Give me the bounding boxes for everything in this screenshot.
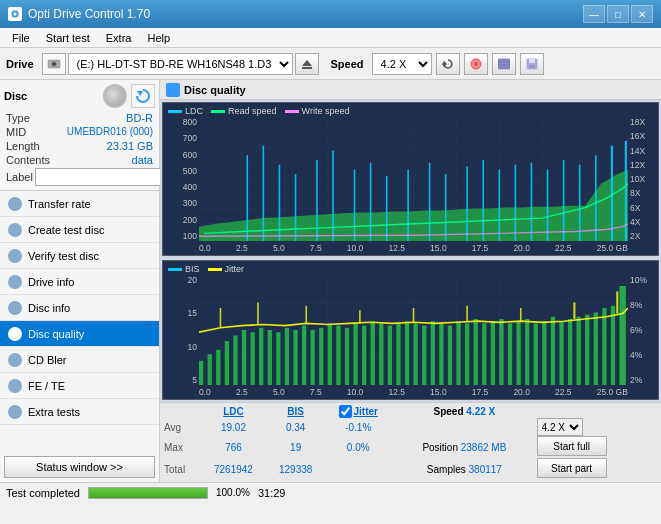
sidebar-item-create-test-disc[interactable]: Create test disc: [0, 217, 159, 243]
extra-tests-icon: [8, 405, 22, 419]
disc-action-btn[interactable]: [131, 84, 155, 108]
legend-ldc-label: LDC: [185, 106, 203, 116]
jitter-checkbox[interactable]: [339, 405, 352, 418]
svg-rect-115: [577, 317, 581, 385]
svg-rect-101: [456, 321, 460, 385]
svg-rect-15: [529, 65, 535, 68]
svg-rect-80: [276, 332, 280, 385]
save-icon: [526, 58, 538, 70]
speed-selector[interactable]: 4.2 X: [372, 53, 432, 75]
sidebar-item-disc-quality[interactable]: Disc quality: [0, 321, 159, 347]
toolbar: Drive (E:) HL-DT-ST BD-RE WH16NS48 1.D3 …: [0, 48, 661, 80]
drive-selector[interactable]: (E:) HL-DT-ST BD-RE WH16NS48 1.D3: [68, 53, 293, 75]
maximize-button[interactable]: □: [607, 5, 629, 23]
close-button[interactable]: ✕: [631, 5, 653, 23]
length-value: 23.31 GB: [107, 140, 153, 152]
total-ldc: 7261942: [200, 458, 267, 480]
svg-rect-108: [516, 321, 520, 385]
sidebar-item-drive-info[interactable]: Drive info: [0, 269, 159, 295]
legend-bis-color: [168, 268, 182, 271]
jitter-col-label: Jitter: [354, 406, 378, 417]
progress-percent: 100.0%: [216, 487, 250, 498]
settings-button[interactable]: [492, 53, 516, 75]
stats-area: LDC BIS Jitter Speed: [160, 402, 661, 482]
extra-tests-label: Extra tests: [28, 406, 80, 418]
bottom-x-axis: 0.0 2.5 5.0 7.5 10.0 12.5 15.0 17.5 20.0…: [199, 387, 628, 397]
refresh-button[interactable]: [436, 53, 460, 75]
bottom-y-axis-left: 20 15 10 5: [163, 275, 199, 385]
max-ldc: 766: [200, 436, 267, 458]
minimize-button[interactable]: —: [583, 5, 605, 23]
top-chart-svg: [199, 117, 628, 241]
avg-label: Avg: [164, 418, 200, 436]
sidebar-item-disc-info[interactable]: Disc info: [0, 295, 159, 321]
menu-start-test[interactable]: Start test: [38, 30, 98, 46]
col-ldc: LDC: [200, 405, 267, 418]
svg-rect-110: [534, 323, 538, 385]
cd-bler-label: CD Bler: [28, 354, 67, 366]
label-input[interactable]: [35, 168, 168, 186]
avg-ldc: 19.02: [200, 418, 267, 436]
jitter-checkbox-label[interactable]: Jitter: [324, 405, 392, 418]
svg-marker-5: [302, 60, 312, 66]
charts-area: LDC Read speed Write speed 800: [160, 100, 661, 402]
menu-extra[interactable]: Extra: [98, 30, 140, 46]
legend-read-speed-label: Read speed: [228, 106, 277, 116]
eject-button[interactable]: [295, 53, 319, 75]
svg-point-9: [474, 62, 478, 66]
total-bis: 129338: [267, 458, 324, 480]
speed-label: Speed: [331, 58, 364, 70]
titlebar: Opti Drive Control 1.70 — □ ✕: [0, 0, 661, 28]
create-test-disc-icon: [8, 223, 22, 237]
svg-rect-6: [302, 67, 312, 69]
menu-file[interactable]: File: [4, 30, 38, 46]
legend-jitter: Jitter: [208, 264, 245, 274]
start-full-button[interactable]: Start full: [537, 436, 607, 456]
bottom-chart-inner: BIS Jitter 20 15 10 5: [162, 260, 659, 400]
legend-jitter-label: Jitter: [225, 264, 245, 274]
sidebar-item-fe-te[interactable]: FE / TE: [0, 373, 159, 399]
svg-rect-82: [293, 330, 297, 385]
svg-rect-88: [345, 328, 349, 385]
disc-section-title: Disc: [4, 90, 99, 102]
label-label: Label: [6, 171, 33, 183]
svg-rect-90: [362, 326, 366, 385]
sidebar-item-cd-bler[interactable]: CD Bler: [0, 347, 159, 373]
sidebar-item-extra-tests[interactable]: Extra tests: [0, 399, 159, 425]
disc-panel: Disc Type BD-R MID UMEBDR016 (000) Lengt…: [0, 80, 159, 191]
create-test-disc-label: Create test disc: [28, 224, 104, 236]
avg-jitter: -0.1%: [324, 418, 392, 436]
disc-header: Disc: [4, 84, 155, 108]
speed-selector-stats[interactable]: 4.2 X: [537, 418, 583, 436]
fe-te-label: FE / TE: [28, 380, 65, 392]
svg-rect-104: [482, 323, 486, 385]
start-part-button[interactable]: Start part: [537, 458, 607, 478]
type-label: Type: [6, 112, 30, 124]
disc-quality-header-icon: [166, 83, 180, 97]
max-label: Max: [164, 436, 200, 458]
status-window-button[interactable]: Status window >>: [4, 456, 155, 478]
sidebar-item-transfer-rate[interactable]: Transfer rate: [0, 191, 159, 217]
menu-help[interactable]: Help: [139, 30, 178, 46]
disc-quality-label: Disc quality: [28, 328, 84, 340]
legend-write-speed-label: Write speed: [302, 106, 350, 116]
svg-rect-72: [208, 354, 212, 385]
burn-icon: [470, 58, 482, 70]
sidebar-item-verify-test-disc[interactable]: Verify test disc: [0, 243, 159, 269]
samples-val: 380117: [469, 464, 502, 475]
drive-icon: [47, 57, 61, 71]
save-button[interactable]: [520, 53, 544, 75]
statusbar: Test completed 100.0% 31:29: [0, 482, 661, 502]
legend-bis: BIS: [168, 264, 200, 274]
status-text: Test completed: [6, 487, 80, 499]
svg-rect-89: [353, 323, 357, 385]
burn-button[interactable]: [464, 53, 488, 75]
svg-rect-85: [319, 328, 323, 385]
menubar: File Start test Extra Help: [0, 28, 661, 48]
svg-rect-10: [498, 59, 510, 69]
svg-rect-71: [199, 361, 203, 385]
top-chart-legend: LDC Read speed Write speed: [165, 105, 352, 117]
disc-quality-icon: [8, 327, 22, 341]
fe-te-icon: [8, 379, 22, 393]
svg-rect-74: [225, 341, 229, 385]
